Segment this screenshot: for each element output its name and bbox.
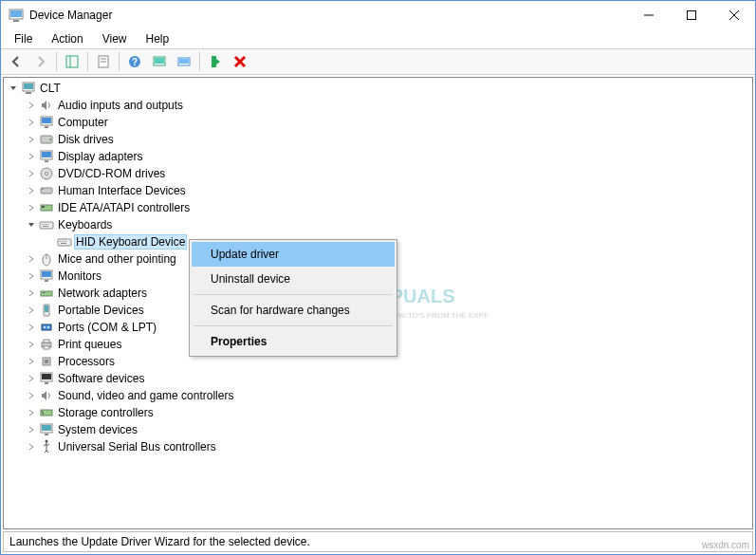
tree-item-label: Software devices [58,372,144,385]
tree-item[interactable]: DVD/CD-ROM drives [4,165,752,182]
svg-rect-63 [42,324,51,330]
menu-action[interactable]: Action [44,30,90,47]
expand-arrow-icon[interactable] [26,117,37,128]
svg-rect-26 [24,83,33,89]
tree-item[interactable]: Sound, video and game controllers [4,387,752,404]
properties-button[interactable] [92,50,115,73]
tree-item[interactable]: Audio inputs and outputs [4,97,752,114]
tree-item[interactable]: Disk drives [4,131,752,148]
tree-item[interactable]: Display adapters [4,148,752,165]
forward-button[interactable] [29,50,52,73]
expand-arrow-icon[interactable] [26,356,37,367]
update-driver-button[interactable] [173,50,195,73]
device-category-icon [39,405,54,420]
tree-item[interactable]: Human Interface Devices [4,182,752,199]
tree-item-keyboards[interactable]: Keyboards [4,216,752,233]
device-category-icon [39,183,54,198]
expand-arrow-icon[interactable] [26,100,37,111]
tree-item[interactable]: Software devices [4,370,752,387]
back-button[interactable] [5,50,28,73]
svg-point-37 [46,173,48,176]
expand-arrow-icon[interactable] [26,390,37,401]
svg-rect-50 [62,241,63,242]
svg-rect-68 [44,346,49,349]
close-button[interactable] [712,1,755,29]
expand-arrow-icon[interactable] [26,270,37,282]
svg-rect-41 [42,206,45,208]
svg-rect-49 [60,241,61,242]
svg-rect-46 [47,224,48,225]
tree-item-label: HID Keyboard Device [74,234,187,250]
titlebar: Device Manager [1,1,755,29]
context-menu-separator [194,325,393,326]
toolbar-separator [119,52,120,71]
svg-rect-51 [64,241,65,242]
svg-point-78 [46,440,48,443]
expand-arrow-icon[interactable] [26,219,37,231]
tree-item[interactable]: System devices [4,421,752,438]
expand-arrow-icon[interactable] [44,236,55,248]
tree-item-label: Display adapters [58,150,142,163]
svg-rect-34 [42,152,51,157]
tree-item[interactable]: Universal Serial Bus controllers [4,438,752,455]
svg-rect-70 [45,360,48,363]
tree-item[interactable]: Computer [4,114,752,131]
svg-rect-67 [44,340,49,342]
expand-arrow-icon[interactable] [26,424,37,435]
device-category-icon [39,149,54,164]
device-category-icon [57,234,72,250]
svg-rect-42 [40,222,53,229]
device-category-icon [39,388,54,403]
tree-item[interactable]: Storage controllers [4,404,752,421]
svg-rect-47 [43,226,48,227]
ctx-update-driver[interactable]: Update driver [192,242,395,267]
help-button[interactable]: ? [123,50,146,73]
device-category-icon [39,303,54,318]
expand-arrow-icon[interactable] [26,253,37,265]
tree-item[interactable]: IDE ATA/ATAPI controllers [4,199,752,216]
corner-attribution: wsxdn.com [702,540,749,550]
ctx-properties[interactable]: Properties [192,329,395,354]
tree-item-label: Human Interface Devices [58,184,186,197]
show-hide-console-tree-button[interactable] [61,50,83,73]
expand-arrow-icon[interactable] [26,185,37,196]
ctx-uninstall-device[interactable]: Uninstall device [192,267,395,291]
menu-help[interactable]: Help [138,30,177,47]
uninstall-device-button[interactable] [229,50,251,73]
svg-rect-35 [45,160,48,162]
expand-arrow-icon[interactable] [26,134,37,145]
enable-device-button[interactable] [204,50,227,73]
expand-arrow-icon[interactable] [26,168,37,179]
svg-rect-52 [65,241,66,242]
expand-arrow-icon[interactable] [26,373,37,384]
expand-arrow-icon[interactable] [26,202,37,213]
svg-rect-27 [26,92,31,94]
expand-arrow-icon[interactable] [26,305,37,316]
svg-rect-18 [212,56,216,67]
svg-rect-45 [46,224,46,225]
menu-file[interactable]: File [7,30,40,47]
svg-rect-77 [45,434,48,435]
svg-rect-43 [42,224,43,225]
tree-item-label: Storage controllers [58,406,154,419]
app-icon [9,8,24,23]
expand-arrow-icon[interactable] [26,322,37,333]
expand-arrow-icon[interactable] [26,441,37,453]
expand-arrow-icon[interactable] [26,339,37,350]
menu-view[interactable]: View [95,30,135,47]
svg-point-64 [44,326,46,328]
expand-arrow-icon[interactable] [26,151,37,162]
expand-arrow-icon[interactable] [8,83,19,94]
tree-root[interactable]: CLT [4,80,752,97]
device-category-icon [39,268,54,284]
minimize-button[interactable] [627,1,670,29]
device-category-icon [39,286,54,301]
expand-arrow-icon[interactable] [26,287,37,299]
scan-hardware-button[interactable] [148,50,171,73]
svg-rect-15 [155,58,164,64]
ctx-scan-hardware[interactable]: Scan for hardware changes [192,298,395,323]
maximize-button[interactable] [670,1,712,29]
svg-rect-76 [42,425,51,431]
expand-arrow-icon[interactable] [26,407,37,418]
device-category-icon [39,132,54,147]
